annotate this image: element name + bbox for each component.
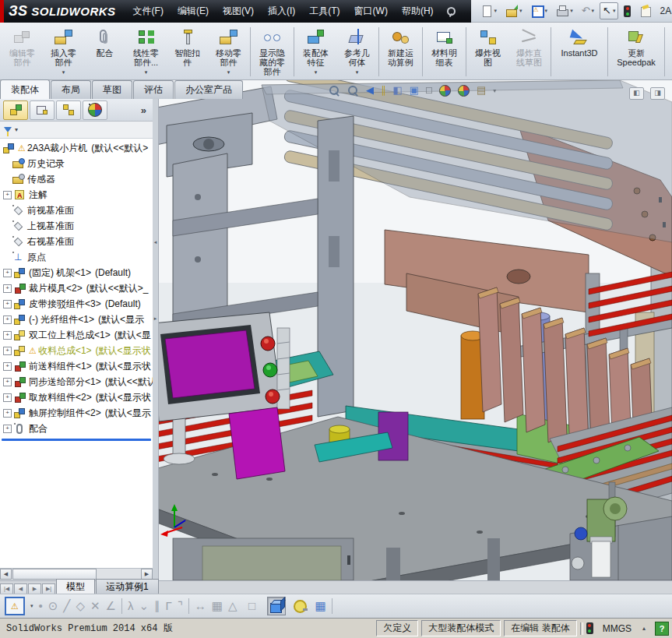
- instant3d-button[interactable]: Instant3D: [552, 24, 607, 79]
- tree-item-front-plane[interactable]: 前视基准面: [0, 203, 153, 218]
- measure-button[interactable]: [291, 597, 310, 615]
- splitter-grip[interactable]: ◂: [154, 239, 157, 245]
- tree-item-pick-place[interactable]: + 取放料组件<2>(默认<显示状: [0, 389, 153, 405]
- menu-edit[interactable]: 编辑(E): [171, 0, 215, 23]
- scroll-right-arrow[interactable]: ▶: [141, 569, 153, 580]
- smart-fasteners-button[interactable]: 智能扣 件: [167, 24, 208, 79]
- tab-sketch[interactable]: 草图: [92, 80, 132, 99]
- wireframe-view-button[interactable]: □: [243, 597, 262, 615]
- snap-angle-icon[interactable]: ∠: [106, 598, 116, 614]
- assembly-3d-view[interactable]: [153, 80, 672, 580]
- print-button[interactable]: ▾: [553, 2, 576, 19]
- expand-toggle[interactable]: +: [3, 300, 12, 308]
- tab-evaluate[interactable]: 评估: [133, 80, 174, 99]
- menu-view[interactable]: 视图(V): [216, 0, 260, 23]
- tab-office-products[interactable]: 办公室产品: [174, 80, 243, 99]
- edit-component-button[interactable]: 编辑零 部件: [2, 24, 43, 79]
- right-pane-button[interactable]: ◨: [650, 87, 665, 100]
- shaded-view-button[interactable]: [267, 597, 286, 615]
- expand-toggle[interactable]: +: [3, 284, 12, 293]
- expand-toggle[interactable]: +: [3, 191, 12, 199]
- section-view-icon[interactable]: ◧: [393, 84, 403, 97]
- splitter-grip[interactable]: ▸: [154, 315, 157, 322]
- rebuild-button[interactable]: [621, 3, 634, 19]
- display-style-icon[interactable]: ▣: [410, 84, 419, 97]
- tree-item-right-plane[interactable]: 右视基准面: [0, 234, 153, 249]
- reference-geometry-button[interactable]: 参考几 何体▾: [336, 24, 378, 79]
- grid-snap-icon[interactable]: ▦: [212, 598, 223, 614]
- units-selector[interactable]: MMGS ▴: [596, 623, 652, 634]
- zoom-area-icon[interactable]: [347, 85, 359, 97]
- tree-item-root[interactable]: ⚠ 2A3A裁小片机(默认<<默认>: [0, 140, 153, 156]
- status-help-button[interactable]: ?: [655, 622, 669, 636]
- snap-intersection-icon[interactable]: ✕: [90, 598, 100, 614]
- tree-item-mates[interactable]: + 配合: [0, 421, 153, 436]
- motion-study-tab[interactable]: 运动算例1: [96, 579, 159, 594]
- expand-toggle[interactable]: +: [3, 347, 12, 355]
- snap-line-icon[interactable]: ╱: [63, 598, 70, 614]
- filter-funnel-icon[interactable]: [4, 127, 12, 132]
- prev-tab-button[interactable]: ◀: [14, 583, 27, 594]
- select-button[interactable]: ↖▾: [600, 2, 618, 19]
- panel-overflow-chevron[interactable]: »: [141, 104, 150, 116]
- feature-tree-tab[interactable]: [3, 100, 28, 120]
- menu-file[interactable]: 文件(F): [127, 0, 170, 23]
- graphics-viewport[interactable]: ◀ ∥ ◧ ▣ □ ▤ ▾: [153, 80, 672, 580]
- table-button[interactable]: ▦: [315, 598, 326, 614]
- tree-item-annotations[interactable]: + 注解: [0, 187, 153, 203]
- hud-dropdown-caret[interactable]: ▾: [493, 87, 496, 94]
- file-properties-button[interactable]: [636, 2, 655, 19]
- first-tab-button[interactable]: |◀: [0, 583, 13, 594]
- pin-menu-icon[interactable]: [445, 6, 456, 17]
- left-pane-button[interactable]: ◧: [629, 87, 644, 100]
- snap-midpoint-icon[interactable]: ⌄: [139, 598, 149, 614]
- view-orientation-icon[interactable]: □: [426, 84, 432, 97]
- take-snapshot-button[interactable]: 拍快照: [666, 24, 672, 79]
- tree-item-frame[interactable]: + (固定) 机架<1>(Default): [0, 265, 153, 280]
- undo-button[interactable]: ↶▾: [579, 2, 597, 19]
- tree-item-top-plane[interactable]: 上视基准面: [0, 218, 153, 234]
- previous-view-icon[interactable]: ◀: [366, 84, 374, 97]
- dimension-snap-icon[interactable]: ↔: [195, 598, 206, 614]
- hide-show-items-icon[interactable]: ∥: [381, 84, 386, 97]
- snap-point-icon[interactable]: •: [39, 598, 43, 614]
- scrollbar-thumb[interactable]: [12, 569, 97, 580]
- tree-item-cutting-die[interactable]: + 裁片模具<2>(默认<<默认>_: [0, 280, 153, 296]
- menu-insert[interactable]: 插入(I): [262, 0, 301, 23]
- model-tab[interactable]: 模型: [56, 579, 95, 594]
- snap-tangent-icon[interactable]: λ: [128, 598, 134, 614]
- snap-center-icon[interactable]: ⊙: [48, 598, 58, 614]
- expand-toggle[interactable]: +: [3, 378, 12, 386]
- tab-assembly[interactable]: 装配体: [0, 79, 50, 99]
- menu-tools[interactable]: 工具(T): [303, 0, 346, 23]
- sketch-warning-caret[interactable]: ▾: [30, 603, 33, 609]
- show-hidden-components-button[interactable]: 显示隐 藏的零 部件: [252, 24, 293, 79]
- angle-snap-icon[interactable]: △: [228, 598, 237, 614]
- tab-layout[interactable]: 布局: [51, 80, 91, 99]
- menu-help[interactable]: 帮助(H): [396, 0, 440, 23]
- last-tab-button[interactable]: ▶|: [42, 583, 55, 594]
- snap-perpendicular-icon[interactable]: Γ: [166, 598, 172, 614]
- expand-toggle[interactable]: +: [3, 362, 12, 371]
- tree-item-dual-loader[interactable]: + 双工位上料总成<1>(默认<显: [0, 327, 153, 343]
- expand-toggle[interactable]: +: [3, 409, 12, 418]
- save-button[interactable]: ▾: [528, 2, 551, 19]
- tree-item-origin[interactable]: 原点: [0, 249, 153, 265]
- explode-line-sketch-button[interactable]: 爆炸直 线草图: [508, 24, 550, 79]
- expand-toggle[interactable]: +: [3, 331, 12, 340]
- tree-item-fiber-optic[interactable]: + (-) 光纤组件<1>(默认<显示: [0, 312, 153, 327]
- sketch-warning-button[interactable]: ⚠: [5, 597, 25, 615]
- expand-toggle[interactable]: +: [3, 269, 12, 277]
- move-component-button[interactable]: 移动零 部件▾: [208, 24, 249, 79]
- tree-item-front-feeder[interactable]: + 前送料组件<1>(默认<显示状: [0, 358, 153, 374]
- apply-scene-icon[interactable]: [458, 85, 470, 97]
- filter-caret[interactable]: ▾: [15, 126, 18, 133]
- expand-toggle[interactable]: +: [3, 393, 12, 402]
- configuration-manager-tab[interactable]: [56, 100, 81, 120]
- tree-item-sync-feed[interactable]: + 同步送给部分<1>(默认<<默认: [0, 374, 153, 389]
- scroll-left-arrow[interactable]: ◀: [0, 569, 12, 580]
- tree-item-history[interactable]: 历史记录: [0, 156, 153, 171]
- assembly-features-button[interactable]: 装配体 特征▾: [295, 24, 336, 79]
- next-tab-button[interactable]: ▶: [28, 583, 41, 594]
- zoom-fit-icon[interactable]: [329, 85, 340, 97]
